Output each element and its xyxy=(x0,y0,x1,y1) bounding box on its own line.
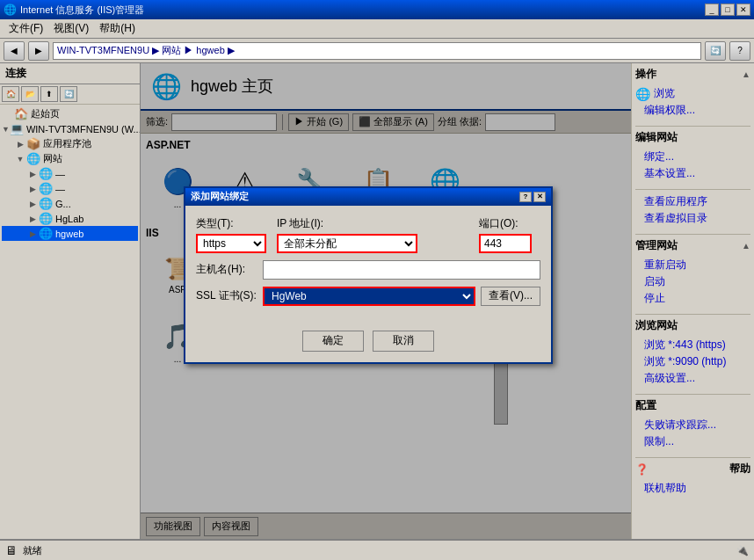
hostname-input[interactable] xyxy=(263,260,540,280)
modal-close-button[interactable]: ✕ xyxy=(533,192,546,202)
expand-icon: ▶ xyxy=(26,170,39,178)
node-label: 起始页 xyxy=(31,107,60,120)
modal-footer: 确定 取消 xyxy=(185,324,551,362)
node-icon: 📦 xyxy=(26,137,40,150)
start-link[interactable]: 启动 xyxy=(635,273,750,290)
ip-select[interactable]: 全部未分配 xyxy=(277,234,417,253)
right-panel: 操作 ▲ 🌐 浏览 编辑权限... 编辑网站 绑定... 基本设置... 查看应… xyxy=(631,63,754,539)
title-bar: 🌐 Internet 信息服务 (IIS)管理器 _ □ ✕ xyxy=(0,0,754,19)
browse-link[interactable]: 🌐 浏览 xyxy=(635,85,750,102)
connections-header: 连接 xyxy=(0,63,140,84)
address-bar: ◀ ▶ WIN-TVT3MFNEN9U ▶ 网站 ▶ hgweb ▶ 🔄 ? xyxy=(0,39,754,63)
view-vdirs-link[interactable]: 查看虚拟目录 xyxy=(635,210,750,227)
tree-btn-refresh[interactable]: 🔄 xyxy=(60,86,77,102)
expand-icon: ▶ xyxy=(26,229,39,238)
title-text: Internet 信息服务 (IIS)管理器 xyxy=(20,4,705,17)
close-button[interactable]: ✕ xyxy=(736,4,750,16)
node-label: — xyxy=(55,184,65,194)
help-button[interactable]: ? xyxy=(729,41,750,61)
network-icon: 🔌 xyxy=(736,545,749,556)
node-icon: 💻 xyxy=(10,122,24,135)
tree-node-site2[interactable]: ▶ 🌐 — xyxy=(2,181,138,196)
restart-link[interactable]: 重新启动 xyxy=(635,257,750,273)
manage-site-title: 管理网站 ▲ xyxy=(635,238,750,253)
actions-section: 操作 ▲ 🌐 浏览 编辑权限... xyxy=(635,67,750,119)
type-select[interactable]: https xyxy=(196,234,266,253)
actions-title: 操作 ▲ xyxy=(635,67,750,82)
advanced-settings-link[interactable]: 高级设置... xyxy=(635,370,750,387)
tree-btn-home[interactable]: 🏠 xyxy=(2,86,19,102)
basic-settings-link[interactable]: 基本设置... xyxy=(635,165,750,182)
tree-node-apppool[interactable]: ▶ 📦 应用程序池 xyxy=(2,136,138,151)
edit-site-section: 编辑网站 绑定... 基本设置... xyxy=(635,130,750,182)
collapse-icon[interactable]: ▲ xyxy=(742,69,750,79)
collapse-icon2[interactable]: ▲ xyxy=(742,241,750,251)
menu-file[interactable]: 文件(F) xyxy=(4,19,48,38)
type-label: 类型(T): xyxy=(196,216,266,231)
divider2 xyxy=(635,189,750,190)
cancel-button[interactable]: 取消 xyxy=(373,331,434,352)
menu-help[interactable]: 帮助(H) xyxy=(94,19,141,38)
tree-node-site1[interactable]: ▶ 🌐 — xyxy=(2,166,138,181)
tree-area: 🏠 起始页 ▼ 💻 WIN-TVT3MFNEN9U (W... ▶ 📦 应用程序… xyxy=(0,105,140,536)
tree-node-server[interactable]: ▼ 💻 WIN-TVT3MFNEN9U (W... xyxy=(2,121,138,136)
browse-9090-link[interactable]: 浏览 *:9090 (http) xyxy=(635,353,750,370)
status-icon: 🖥 xyxy=(5,543,18,557)
tree-node-startpage[interactable]: 🏠 起始页 xyxy=(2,106,138,121)
port-input[interactable] xyxy=(479,234,532,253)
app-icon: 🌐 xyxy=(4,4,17,16)
limit-link[interactable]: 限制... xyxy=(635,433,750,450)
expand-icon: ▼ xyxy=(14,155,26,164)
edit-permissions-link[interactable]: 编辑权限... xyxy=(635,102,750,119)
node-icon: 🌐 xyxy=(39,227,53,240)
minimize-button[interactable]: _ xyxy=(705,4,719,16)
node-label: 网站 xyxy=(43,152,62,165)
node-icon: 🌐 xyxy=(39,182,53,195)
maximize-button[interactable]: □ xyxy=(721,4,735,16)
tree-node-site-g[interactable]: ▶ 🌐 G... xyxy=(2,196,138,211)
node-icon: 🌐 xyxy=(39,212,53,225)
tree-node-hglab[interactable]: ▶ 🌐 HgLab xyxy=(2,211,138,226)
hostname-row: 主机名(H): xyxy=(196,260,540,280)
tree-node-sites[interactable]: ▼ 🌐 网站 xyxy=(2,151,138,166)
divider6 xyxy=(635,457,750,458)
browse-site-title: 浏览网站 xyxy=(635,318,750,333)
expand-icon: ▶ xyxy=(14,140,26,149)
tree-node-hgweb[interactable]: ▶ 🌐 hgweb xyxy=(2,226,138,241)
bind-link[interactable]: 绑定... xyxy=(635,149,750,165)
modal-overlay: 添加网站绑定 ? ✕ 类型(T): https xyxy=(141,63,631,539)
back-button[interactable]: ◀ xyxy=(4,41,25,61)
main-layout: 连接 🏠 📂 ⬆ 🔄 🏠 起始页 ▼ 💻 WIN-TVT3MFNEN9U (W.… xyxy=(0,63,754,539)
browse-443-link[interactable]: 浏览 *:443 (https) xyxy=(635,337,750,353)
tree-toolbar: 🏠 📂 ⬆ 🔄 xyxy=(0,84,140,105)
expand-icon: ▶ xyxy=(26,185,39,193)
modal-title-buttons: ? ✕ xyxy=(519,192,546,202)
expand-icon: ▼ xyxy=(2,125,10,134)
address-input[interactable]: WIN-TVT3MFNEN9U ▶ 网站 ▶ hgweb ▶ xyxy=(53,42,701,60)
node-label: — xyxy=(55,169,65,179)
ip-label: IP 地址(I): xyxy=(277,216,468,231)
ok-button[interactable]: 确定 xyxy=(302,331,364,352)
node-icon: 🌐 xyxy=(39,197,53,210)
config-title: 配置 xyxy=(635,398,750,413)
tree-btn-folder[interactable]: 📂 xyxy=(21,86,39,102)
forward-button[interactable]: ▶ xyxy=(28,41,49,61)
tree-btn-up[interactable]: ⬆ xyxy=(40,86,58,102)
online-help-link[interactable]: 联机帮助 xyxy=(635,480,750,497)
failed-req-link[interactable]: 失败请求跟踪... xyxy=(635,417,750,433)
view-section: 查看应用程序 查看虚拟目录 xyxy=(635,193,750,227)
window-controls: _ □ ✕ xyxy=(705,4,750,16)
refresh-button[interactable]: 🔄 xyxy=(705,41,726,61)
status-bar: 🖥 就绪 🔌 xyxy=(0,539,754,560)
browse-icon: 🌐 xyxy=(635,87,650,101)
node-label: WIN-TVT3MFNEN9U (W... xyxy=(26,124,140,135)
node-label: hgweb xyxy=(55,229,83,239)
modal-title-bar: 添加网站绑定 ? ✕ xyxy=(185,188,551,206)
ip-group: IP 地址(I): 全部未分配 xyxy=(277,216,468,253)
menu-view[interactable]: 视图(V) xyxy=(48,19,94,38)
view-apps-link[interactable]: 查看应用程序 xyxy=(635,193,750,210)
view-cert-button[interactable]: 查看(V)... xyxy=(481,287,540,306)
modal-help-button[interactable]: ? xyxy=(519,192,532,202)
ssl-select[interactable]: HgWeb xyxy=(263,287,475,306)
stop-link[interactable]: 停止 xyxy=(635,290,750,307)
